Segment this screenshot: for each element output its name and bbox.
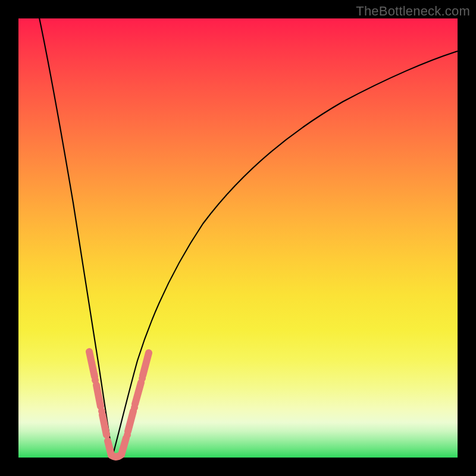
bottleneck-curve [39, 15, 458, 458]
chart-svg [18, 18, 458, 458]
watermark-text: TheBottleneck.com [356, 4, 470, 19]
plot-area [18, 18, 458, 458]
marker-dot [92, 377, 99, 384]
marker-dot [131, 404, 138, 411]
marker-dot [98, 408, 105, 415]
chart-frame: TheBottleneck.com [0, 0, 476, 476]
marker-dot [139, 375, 146, 382]
marker-dot [124, 431, 131, 439]
marker-cluster-left [89, 352, 111, 455]
